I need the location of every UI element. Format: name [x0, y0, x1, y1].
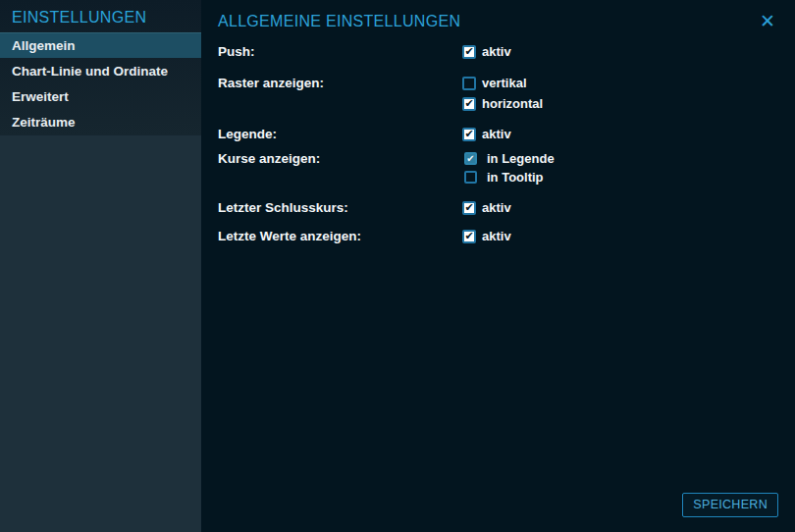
setting-options: ✔ aktiv — [462, 126, 511, 147]
settings-row: Raster anzeigen: vertikal ✔ horizontal — [218, 75, 778, 117]
checkbox-option-in-legende[interactable]: ✔ in Legende — [462, 151, 555, 166]
settings-dialog: EINSTELLUNGEN AllgemeinChart-Linie und O… — [0, 0, 795, 532]
setting-options: ✔ aktiv — [462, 199, 511, 221]
checkbox-label: vertikal — [482, 76, 527, 90]
checkbox-checked-icon[interactable]: ✔ — [462, 97, 476, 111]
setting-options: ✔ aktiv — [462, 228, 511, 249]
checkbox-option-aktiv[interactable]: ✔ aktiv — [462, 200, 511, 215]
settings-row: Letzte Werte anzeigen: ✔ aktiv — [218, 228, 778, 249]
settings-rows: Push: ✔ aktiv Raster anzeigen: vertikal … — [218, 43, 778, 249]
checkbox-checked-icon[interactable]: ✔ — [462, 201, 476, 215]
setting-options: ✔ in Legende in Tooltip — [462, 150, 555, 188]
settings-content: ALLGEMEINE EINSTELLUNGEN ✕ Push: ✔ aktiv… — [201, 0, 795, 532]
checkbox-label: in Legende — [487, 151, 555, 166]
setting-label: Legende: — [218, 126, 462, 147]
sidebar-nav: AllgemeinChart-Linie und OrdinateErweite… — [0, 32, 201, 134]
save-button[interactable]: SPEICHERN — [682, 493, 778, 517]
content-header: ALLGEMEINE EINSTELLUNGEN ✕ — [218, 11, 778, 32]
checkbox-option-aktiv[interactable]: ✔ aktiv — [462, 229, 511, 243]
settings-sidebar: EINSTELLUNGEN AllgemeinChart-Linie und O… — [0, 0, 201, 532]
setting-label: Letzter Schlusskurs: — [218, 199, 462, 221]
setting-options: vertikal ✔ horizontal — [462, 75, 543, 117]
checkbox-option-in-tooltip[interactable]: in Tooltip — [462, 170, 555, 185]
checkbox-option-aktiv[interactable]: ✔ aktiv — [462, 127, 511, 141]
settings-row: Kurse anzeigen: ✔ in Legende in Tooltip — [218, 150, 778, 188]
checkbox-label: in Tooltip — [487, 170, 544, 185]
checkbox-checked-icon[interactable]: ✔ — [462, 128, 476, 141]
setting-label: Push: — [218, 43, 462, 65]
checkbox-label: aktiv — [482, 200, 511, 215]
checkbox-unchecked-icon[interactable] — [464, 171, 477, 184]
setting-label: Kurse anzeigen: — [218, 150, 462, 188]
settings-row: Push: ✔ aktiv — [218, 43, 778, 65]
sidebar-item-erweitert[interactable]: Erweitert — [0, 83, 201, 109]
checkbox-label: horizontal — [482, 96, 543, 111]
setting-options: ✔ aktiv — [462, 43, 511, 65]
checkbox-option-vertikal[interactable]: vertikal — [462, 76, 543, 90]
sidebar-title: EINSTELLUNGEN — [0, 0, 201, 32]
checkbox-label: aktiv — [482, 44, 511, 59]
checkbox-checked-icon[interactable]: ✔ — [462, 230, 476, 243]
settings-row: Legende: ✔ aktiv — [218, 126, 778, 147]
sidebar-item-allgemein[interactable]: Allgemein — [0, 32, 201, 58]
close-icon[interactable]: ✕ — [760, 12, 775, 30]
checkbox-checked-icon[interactable]: ✔ — [462, 45, 476, 59]
checkbox-unchecked-icon[interactable] — [462, 77, 476, 90]
checkbox-option-aktiv[interactable]: ✔ aktiv — [462, 44, 511, 59]
settings-row: Letzter Schlusskurs: ✔ aktiv — [218, 199, 778, 221]
checkbox-option-horizontal[interactable]: ✔ horizontal — [462, 96, 543, 111]
setting-label: Letzte Werte anzeigen: — [218, 228, 462, 249]
checkbox-checked-icon[interactable]: ✔ — [464, 152, 477, 165]
sidebar-item-zeitr-ume[interactable]: Zeiträume — [0, 109, 201, 134]
page-title: ALLGEMEINE EINSTELLUNGEN — [218, 11, 778, 32]
sidebar-item-chart-linie-und-ordinate[interactable]: Chart-Linie und Ordinate — [0, 58, 201, 83]
checkbox-label: aktiv — [482, 229, 511, 243]
checkbox-label: aktiv — [482, 127, 511, 141]
setting-label: Raster anzeigen: — [218, 75, 462, 117]
sidebar-menu: EINSTELLUNGEN AllgemeinChart-Linie und O… — [0, 0, 201, 135]
